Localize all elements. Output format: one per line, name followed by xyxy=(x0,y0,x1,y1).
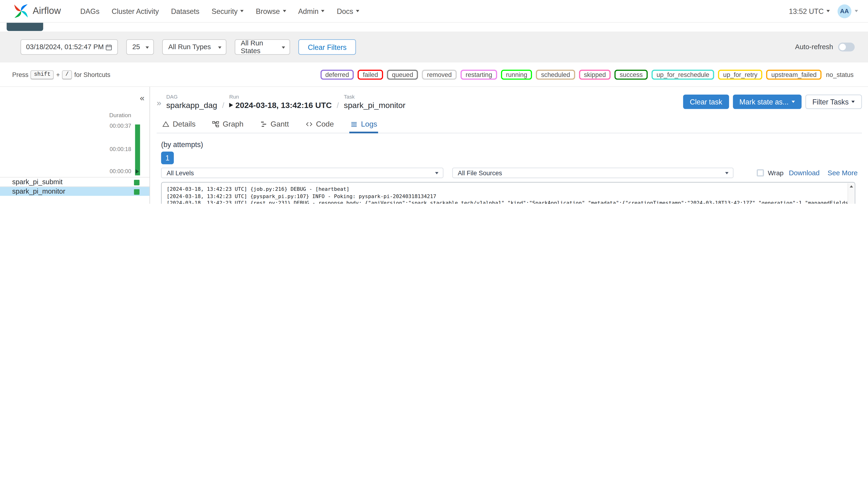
nav-docs[interactable]: Docs xyxy=(331,0,365,22)
airflow-app: Airflow DAGs Cluster Activity Datasets S… xyxy=(0,0,868,204)
manual-run-arrow-icon xyxy=(135,169,139,174)
task-row-spark-pi-monitor[interactable]: spark_pi_monitor xyxy=(0,186,150,196)
chevron-down-icon xyxy=(791,101,795,103)
manual-run-play-icon xyxy=(229,103,233,107)
nav-security[interactable]: Security xyxy=(206,0,250,22)
chevron-down-icon xyxy=(827,10,830,12)
status-badge-upstream-failed[interactable]: upstream_failed xyxy=(766,69,822,79)
grid-sidebar: « Duration 00:00:37 00:00:18 00:00:00 sp… xyxy=(0,87,150,204)
status-badge-no-status: no_status xyxy=(824,69,856,79)
chevron-down-icon xyxy=(321,10,324,12)
nav-browse[interactable]: Browse xyxy=(250,0,292,22)
task-row-spark-pi-submit[interactable]: spark_pi_submit xyxy=(0,177,150,186)
chevron-down-icon xyxy=(356,10,359,12)
scroll-up-icon[interactable] xyxy=(850,185,853,188)
status-badge-skipped[interactable]: skipped xyxy=(579,69,611,79)
status-badge-running[interactable]: running xyxy=(501,69,532,79)
log-lines: [2024-03-18, 13:42:23 UTC] {job.py:216} … xyxy=(162,183,847,204)
base-date-input[interactable]: 03/18/2024, 01:52:47 PM xyxy=(21,39,118,55)
status-badge-removed[interactable]: removed xyxy=(422,69,457,79)
status-badge-success[interactable]: success xyxy=(615,69,648,79)
shortcut-legend-row: Press shift + / for Shortcuts deferred f… xyxy=(0,63,868,87)
filter-tasks-button[interactable]: Filter Tasks xyxy=(805,95,862,109)
task-list: spark_pi_submit spark_pi_monitor xyxy=(0,177,150,196)
breadcrumb-run-label: Run xyxy=(229,93,332,100)
scrolled-header-button[interactable] xyxy=(7,23,43,31)
nav-dags[interactable]: DAGs xyxy=(74,0,105,22)
chevron-down-icon xyxy=(435,172,438,174)
log-line: [2024-03-18, 13:42:23 UTC] {job.py:216} … xyxy=(167,186,847,193)
log-level-select[interactable]: All Levels xyxy=(161,167,443,178)
collapse-sidebar-button[interactable]: « xyxy=(140,93,145,102)
breadcrumb-run-value[interactable]: 2024-03-18, 13:42:16 UTC xyxy=(229,100,332,110)
run-duration-bar[interactable] xyxy=(135,124,140,175)
nav-datasets[interactable]: Datasets xyxy=(165,0,206,22)
see-more-link[interactable]: See More xyxy=(828,169,858,177)
breadcrumb-separator: / xyxy=(222,101,224,110)
task-status-square-success[interactable] xyxy=(134,189,140,195)
nav-admin[interactable]: Admin xyxy=(292,0,331,22)
auto-refresh-group: Auto-refresh xyxy=(795,42,855,52)
vertical-scrollbar[interactable] xyxy=(847,183,854,204)
user-menu-chevron-icon[interactable] xyxy=(855,10,858,12)
breadcrumb-dag-value[interactable]: sparkapp_dag xyxy=(166,100,217,110)
navbar-right: 13:52 UTC AA xyxy=(789,4,858,18)
breadcrumb-task-label: Task xyxy=(344,93,406,100)
clear-filters-button[interactable]: Clear Filters xyxy=(298,39,356,55)
shortcuts-hint: Press shift + / for Shortcuts xyxy=(12,70,111,79)
avatar[interactable]: AA xyxy=(838,4,851,18)
clear-task-button[interactable]: Clear task xyxy=(683,95,729,109)
breadcrumb-dag-label: DAG xyxy=(166,93,217,100)
breadcrumb-expand-icon[interactable]: » xyxy=(157,98,161,107)
chevron-down-icon xyxy=(146,46,149,49)
breadcrumb-task-value[interactable]: spark_pi_monitor xyxy=(344,100,406,110)
wrap-checkbox[interactable] xyxy=(757,169,764,177)
download-log-link[interactable]: Download xyxy=(789,169,820,177)
task-name: spark_pi_submit xyxy=(12,178,63,186)
mark-state-button[interactable]: Mark state as... xyxy=(733,95,801,109)
tab-graph[interactable]: Graph xyxy=(211,116,245,133)
airflow-home-link[interactable]: Airflow xyxy=(13,3,61,19)
gantt-icon xyxy=(260,120,268,128)
status-badge-failed[interactable]: failed xyxy=(358,69,383,79)
status-badge-queued[interactable]: queued xyxy=(387,69,418,79)
attempt-1-button[interactable]: 1 xyxy=(161,152,174,164)
top-navbar: Airflow DAGs Cluster Activity Datasets S… xyxy=(0,0,868,23)
status-badge-restarting[interactable]: restarting xyxy=(461,69,497,79)
task-status-square-success[interactable] xyxy=(134,180,140,185)
by-attempts-label: (by attempts) xyxy=(161,140,203,149)
auto-refresh-toggle[interactable] xyxy=(838,42,855,52)
airflow-pinwheel-icon xyxy=(13,3,29,19)
page-size-select[interactable]: 25 xyxy=(126,39,154,55)
chevron-down-icon xyxy=(725,172,728,174)
status-badge-deferred[interactable]: deferred xyxy=(320,69,354,79)
slash-key: / xyxy=(62,70,72,79)
chevron-down-icon xyxy=(240,10,244,12)
shift-key: shift xyxy=(31,70,54,79)
task-actions: Clear task Mark state as... Filter Tasks xyxy=(683,95,862,109)
breadcrumb: » DAG sparkapp_dag / Run 2024-03-18, 13:… xyxy=(157,93,862,110)
detail-tabs: Details Graph Gantt Code Logs xyxy=(157,116,862,133)
status-badge-scheduled[interactable]: scheduled xyxy=(536,69,575,79)
log-line: [2024-03-18, 13:42:23 UTC] {pyspark_pi.p… xyxy=(167,193,847,200)
chevron-down-icon xyxy=(283,10,286,12)
run-state-select[interactable]: All Run States xyxy=(235,39,290,55)
log-controls: All Levels All File Sources Wrap Downloa… xyxy=(161,167,862,179)
timezone-menu[interactable]: 13:52 UTC xyxy=(789,7,830,15)
task-details-panel: » DAG sparkapp_dag / Run 2024-03-18, 13:… xyxy=(150,87,868,204)
task-name: spark_pi_monitor xyxy=(12,188,65,195)
breadcrumb-run-group: Run 2024-03-18, 13:42:16 UTC xyxy=(229,93,332,110)
status-badge-up-for-retry[interactable]: up_for_retry xyxy=(718,69,762,79)
tab-code[interactable]: Code xyxy=(304,116,335,133)
log-source-select[interactable]: All File Sources xyxy=(452,167,734,178)
log-line: [2024-03-18, 13:42:23 UTC] {rest.py:231}… xyxy=(167,200,847,204)
details-triangle-icon xyxy=(162,120,169,128)
duration-label: Duration xyxy=(109,112,131,118)
tab-details[interactable]: Details xyxy=(161,116,196,133)
status-badge-up-for-reschedule[interactable]: up_for_reschedule xyxy=(652,69,714,79)
run-type-select[interactable]: All Run Types xyxy=(162,39,226,55)
nav-cluster-activity[interactable]: Cluster Activity xyxy=(105,0,165,22)
log-output: [2024-03-18, 13:42:23 UTC] {job.py:216} … xyxy=(161,182,855,204)
tab-logs[interactable]: Logs xyxy=(349,116,378,133)
tab-gantt[interactable]: Gantt xyxy=(259,116,290,133)
